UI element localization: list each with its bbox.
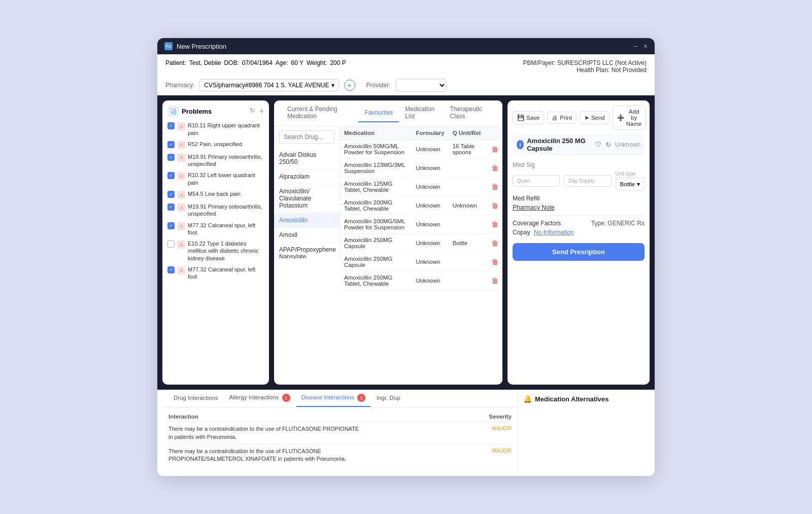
med-name: Amoxicillin 123MG/3ML Suspension <box>340 159 412 178</box>
print-button[interactable]: 🖨 Print <box>547 112 577 124</box>
center-panel: Current & Pending Medication Favourites … <box>274 100 502 385</box>
patient-dob: 07/04/1964 <box>242 59 273 66</box>
med-sig-fields: Quan Day Supply Unit type Bottle ▾ <box>513 171 645 191</box>
problems-actions: ↻ + <box>250 107 264 116</box>
add-by-name-button[interactable]: ➕ Add by Name <box>613 106 647 130</box>
tab-drug-interactions[interactable]: Drug Interactions <box>168 391 223 406</box>
titlebar-controls[interactable]: − × <box>633 42 648 50</box>
tab-disease-interactions[interactable]: Disease Interactions 1 <box>296 390 370 407</box>
problems-panel: 🩺 Problems ↻ + ✓ ⚠ R10.11 Right upper qu… <box>162 100 269 385</box>
save-button[interactable]: 💾 Save <box>513 111 544 124</box>
problem-text: E10.22 Type 1 diabetes mellitus with dia… <box>188 240 264 262</box>
close-button[interactable]: × <box>644 42 648 50</box>
problem-checkbox[interactable]: ✓ <box>167 203 175 211</box>
healthplan-label: Health Plan: <box>577 66 610 74</box>
med-alternatives-title: Medication Alternatives <box>535 395 608 403</box>
drug-name-item[interactable]: Amoxicillin/ Clavulanate Potassium <box>274 184 340 213</box>
problem-badge: ⚠ <box>177 266 185 275</box>
med-name: Amoxicillin 250MG Capsule <box>340 253 412 271</box>
save-icon: 💾 <box>517 114 524 121</box>
problem-item: ✓ ⚠ M77.32 Calcaneal spur, left foot <box>167 222 264 236</box>
problem-checkbox[interactable]: ✓ <box>167 141 175 148</box>
problem-badge: ⚠ <box>177 122 185 130</box>
refresh-icon[interactable]: ↻ <box>250 107 255 116</box>
allergy-badge: 1 <box>282 394 290 402</box>
coverage-label: Coverage Factors <box>513 220 561 227</box>
day-supply-field[interactable]: Day Supply <box>564 175 611 187</box>
add-problem-button[interactable]: + <box>259 107 264 116</box>
severity-value: MAJOR <box>492 448 512 463</box>
problem-badge: ⚠ <box>177 203 185 212</box>
provider-select[interactable] <box>396 79 447 92</box>
delete-button[interactable]: 🗑 <box>491 239 498 247</box>
interaction-col: Interaction <box>168 414 198 420</box>
problem-checkbox[interactable]: ✓ <box>167 122 175 129</box>
med-status: Unknown <box>615 141 640 148</box>
problem-checkbox[interactable]: ✓ <box>167 154 175 161</box>
problem-checkbox[interactable]: ✓ <box>167 222 175 229</box>
unit-type-select[interactable]: Bottle ▾ <box>616 178 645 191</box>
drug-name-item-amoxicillin[interactable]: Amoxicillin <box>274 213 340 228</box>
delete-button[interactable]: 🗑 <box>491 201 498 210</box>
delete-button[interactable]: 🗑 <box>491 164 498 172</box>
copay-info[interactable]: No Information <box>534 229 574 236</box>
unit-type-value: Bottle <box>620 181 635 187</box>
med-alternatives-header: 🔔 Medication Alternatives <box>523 395 645 403</box>
delete-button[interactable]: 🗑 <box>491 277 498 285</box>
send-prescription-button[interactable]: Send Presription <box>513 243 645 261</box>
delete-button[interactable]: 🗑 <box>491 258 498 266</box>
age-label: Age: <box>276 59 288 66</box>
problem-text: R52 Pain, unspecified <box>188 141 242 148</box>
drug-name-item[interactable]: APAP/Propoxyphene Napsylate <box>274 243 340 258</box>
table-row: Amoxicillin 200MG Tablet, Chewable Unkno… <box>340 196 502 215</box>
tab-therapeutic-class[interactable]: Therapeutic Class <box>444 100 495 126</box>
tab-medication-list[interactable]: Medication List <box>399 100 444 126</box>
tab-current-pending[interactable]: Current & Pending Medication <box>281 100 358 126</box>
pharmacy-note-link[interactable]: Pharmacy Note <box>513 204 555 211</box>
problem-checkbox[interactable]: ✓ <box>167 172 175 179</box>
problem-checkbox[interactable]: ✓ <box>167 266 175 273</box>
delete-button[interactable]: 🗑 <box>491 145 498 153</box>
minimize-button[interactable]: − <box>633 42 637 50</box>
tab-ingr-dup[interactable]: Ingr. Dup <box>371 391 405 406</box>
heart-icon[interactable]: ♡ <box>595 141 601 149</box>
quantity-value: Bottle <box>449 234 487 253</box>
drug-name-item[interactable]: Amoxil <box>274 228 340 243</box>
med-name: Amoxicillin 50MG/ML Powder for Suspensio… <box>340 140 412 159</box>
problem-checkbox[interactable] <box>167 241 175 248</box>
med-name: Amoxicilin 250 MG Capsule <box>527 137 595 152</box>
tab-allergy-interactions[interactable]: Allergy Interactions 1 <box>224 390 295 407</box>
problem-checkbox[interactable]: ✓ <box>167 191 175 198</box>
pharmacy-label: Pharmacy: <box>165 82 194 89</box>
tab-favourites[interactable]: Favourites <box>358 104 399 122</box>
pharmacy-select[interactable]: CVS/pharmacy#8986 704 1 S. YALE AVENUE ▾ <box>199 79 339 91</box>
problem-badge: ⚠ <box>177 141 185 149</box>
interactions-tabs: Drug Interactions Allergy Interactions 1… <box>162 390 518 407</box>
problem-text: R10.32 Left lower quadrant pain <box>188 172 264 186</box>
info-icon: i <box>517 140 524 149</box>
interaction-header: Interaction Severity <box>168 412 512 422</box>
delete-button[interactable]: 🗑 <box>491 183 498 191</box>
problem-badge: ⚠ <box>177 241 185 249</box>
copay-row: Copay No Information <box>513 229 645 236</box>
med-name-right: ♡ ↻ Unknown <box>595 141 640 149</box>
formulary-value: Unknown <box>412 178 448 196</box>
interaction-row: There may be a contraindication to the u… <box>168 422 512 444</box>
search-drug-input[interactable] <box>279 130 334 144</box>
provider-label: Provider: <box>366 82 391 89</box>
drug-name-item[interactable]: Alprazolam <box>274 169 340 184</box>
quan-field[interactable]: Quan <box>513 175 560 187</box>
refresh-med-icon[interactable]: ↻ <box>605 141 611 149</box>
send-icon: ➤ <box>584 114 589 121</box>
problem-item: ✓ ⚠ M19.91 Primary osteoarthritis, unspe… <box>167 203 264 218</box>
formulary-value: Unknown <box>412 140 448 159</box>
add-pharmacy-button[interactable]: + <box>344 80 355 91</box>
patient-label: Patient: <box>165 59 186 66</box>
send-toolbar-button[interactable]: ➤ Send <box>580 111 610 124</box>
refill-row: Med Refill <box>513 195 645 202</box>
delete-button[interactable]: 🗑 <box>491 220 498 228</box>
quantity-value <box>449 271 487 290</box>
med-name: Amoxicillin 250MG Capsule <box>340 234 412 253</box>
drug-name-item[interactable]: Advair Diskus 250/50 <box>274 148 340 169</box>
print-icon: 🖨 <box>552 115 558 121</box>
